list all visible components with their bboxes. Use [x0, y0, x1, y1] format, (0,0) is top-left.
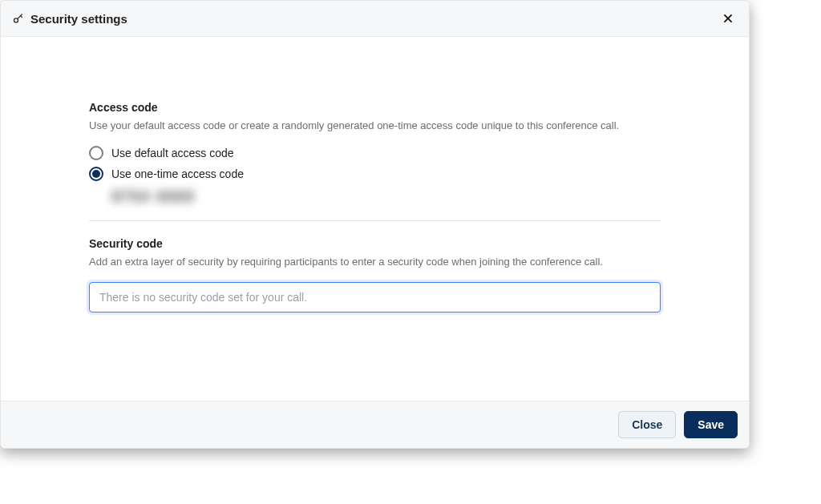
modal-header: Security settings: [1, 1, 749, 37]
security-code-heading: Security code: [89, 237, 661, 250]
key-icon: [12, 13, 24, 25]
radio-default-label: Use default access code: [111, 147, 234, 159]
security-code-input[interactable]: [89, 282, 661, 312]
modal-title: Security settings: [30, 12, 127, 26]
radio-checked-icon: [89, 167, 103, 181]
radio-unchecked-icon: [89, 146, 103, 160]
access-code-description: Use your default access code or create a…: [89, 119, 661, 133]
close-icon[interactable]: [718, 9, 738, 28]
save-button[interactable]: Save: [684, 411, 738, 438]
onetime-code-display: 9754 4069: [111, 187, 661, 206]
radio-default-access-code[interactable]: Use default access code: [89, 146, 661, 160]
radio-onetime-access-code[interactable]: Use one-time access code: [89, 167, 661, 181]
security-settings-modal: Security settings Access code Use your d…: [0, 0, 750, 449]
header-left: Security settings: [12, 12, 127, 26]
security-code-description: Add an extra layer of security by requir…: [89, 255, 661, 269]
section-divider: [89, 220, 661, 221]
modal-body: Access code Use your default access code…: [1, 37, 749, 401]
close-button[interactable]: Close: [618, 411, 676, 438]
radio-onetime-label: Use one-time access code: [111, 167, 244, 180]
access-code-heading: Access code: [89, 101, 661, 114]
modal-footer: Close Save: [1, 401, 749, 448]
